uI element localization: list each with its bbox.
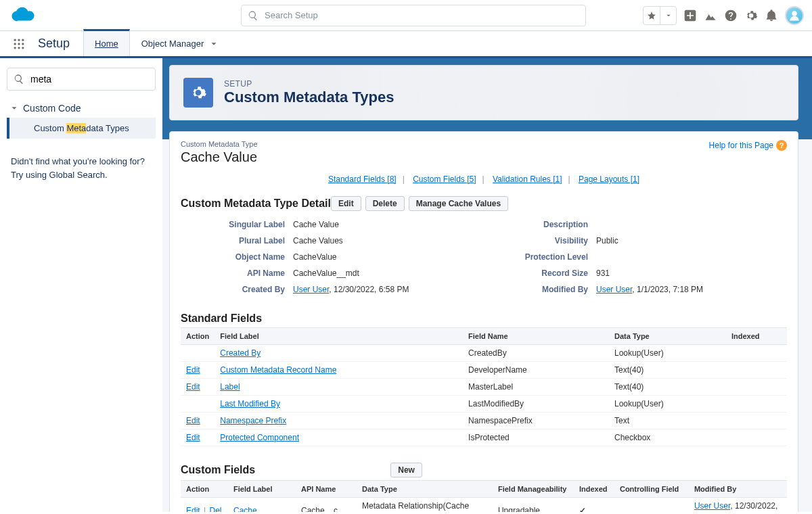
search-icon xyxy=(248,10,258,21)
cell-indexed xyxy=(726,379,787,396)
detail-label: Object Name xyxy=(181,250,289,264)
cell-action: Edit xyxy=(181,429,215,446)
detail-value: User User, 1/1/2023, 7:18 PM xyxy=(592,283,787,296)
gear-icon xyxy=(189,84,207,101)
header-actions xyxy=(643,6,804,25)
object-type-label: Custom Metadata Type xyxy=(181,140,258,148)
col-api-name: API Name xyxy=(296,481,357,498)
tree-item-highlight: Meta xyxy=(66,123,86,133)
cell-data-type: Checkbox xyxy=(609,429,726,446)
quick-find-input[interactable] xyxy=(7,68,156,91)
global-search-input[interactable] xyxy=(241,5,586,26)
edit-button[interactable]: Edit xyxy=(331,196,361,211)
field-label-link[interactable]: Protected Component xyxy=(220,433,299,442)
tree-item-custom-metadata-types[interactable]: Custom Metadata Types xyxy=(7,118,156,139)
salesforce-logo-icon xyxy=(8,5,38,26)
detail-label: Protection Level xyxy=(484,250,592,264)
delete-link[interactable]: Del xyxy=(209,506,221,512)
timestamp: , 1/1/2023, 7:18 PM xyxy=(632,285,703,294)
cell-action: Edit | Del xyxy=(181,498,228,513)
cell-field-name: MasterLabel xyxy=(463,379,609,396)
field-label-link[interactable]: Namespace Prefix xyxy=(220,416,286,425)
detail-value: Public xyxy=(592,234,787,248)
tab-label: Home xyxy=(95,39,118,49)
edit-link[interactable]: Edit xyxy=(186,433,200,442)
col-field-label: Field Label xyxy=(228,481,296,498)
delete-button[interactable]: Delete xyxy=(365,196,405,211)
edit-link[interactable]: Edit xyxy=(186,506,200,512)
plus-icon[interactable] xyxy=(683,9,697,22)
modified-by-link[interactable]: User User xyxy=(694,501,730,511)
detail-grid: Singular Label Cache Value Description P… xyxy=(181,218,787,296)
tab-home[interactable]: Home xyxy=(83,29,130,56)
detail-value: CacheValue xyxy=(289,250,484,264)
main-content: SETUP Custom Metadata Types Custom Metad… xyxy=(162,58,812,512)
global-search xyxy=(241,5,586,26)
new-field-button[interactable]: New xyxy=(390,463,422,477)
avatar[interactable] xyxy=(785,6,804,25)
edit-link[interactable]: Edit xyxy=(186,365,200,375)
tab-object-manager[interactable]: Object Manager xyxy=(130,31,231,56)
field-label-link[interactable]: Last Modified By xyxy=(220,399,280,408)
cell-indexed xyxy=(726,345,787,362)
svg-point-8 xyxy=(14,47,16,49)
field-label-link[interactable]: Created By xyxy=(220,348,261,358)
cell-api-name: Cache__c xyxy=(296,498,357,513)
cell-data-type: Lookup(User) xyxy=(609,345,726,362)
standard-fields-title: Standard Fields xyxy=(181,312,787,325)
help-link[interactable]: Help for this Page ? xyxy=(709,140,787,151)
cell-indexed xyxy=(726,413,787,429)
field-label-link[interactable]: Custom Metadata Record Name xyxy=(220,365,336,375)
standard-fields-table: Action Field Label Field Name Data Type … xyxy=(181,327,787,446)
custom-fields-table: Action Field Label API Name Data Type Fi… xyxy=(181,480,787,512)
cell-action xyxy=(181,345,215,362)
tree-section-custom-code[interactable]: Custom Code xyxy=(7,99,156,118)
svg-point-5 xyxy=(14,43,16,45)
detail-value xyxy=(592,250,787,264)
favorites-combo[interactable] xyxy=(643,6,677,25)
edit-link[interactable]: Edit xyxy=(186,382,200,392)
gear-icon[interactable] xyxy=(744,9,758,22)
table-row: Created ByCreatedByLookup(User) xyxy=(181,345,787,362)
manage-records-button[interactable]: Manage Cache Values xyxy=(409,196,508,211)
anchor-custom-fields[interactable]: Custom Fields [5] xyxy=(413,174,476,184)
col-modified-by: Modified By xyxy=(689,481,787,498)
col-field-label: Field Label xyxy=(215,328,463,345)
bell-icon[interactable] xyxy=(765,9,778,22)
search-icon xyxy=(14,74,24,85)
cell-field-label: Created By xyxy=(215,345,463,362)
edit-link[interactable]: Edit xyxy=(186,416,200,425)
anchor-standard-fields[interactable]: Standard Fields [8] xyxy=(328,174,397,184)
cell-field-label: Cache xyxy=(228,498,296,513)
cell-field-name: NamespacePrefix xyxy=(463,413,609,429)
detail-label: Modified By xyxy=(484,283,592,296)
table-row: EditLabelMasterLabelText(40) xyxy=(181,379,787,396)
col-field-name: Field Name xyxy=(463,328,609,345)
table-row: EditProtected ComponentIsProtectedCheckb… xyxy=(181,429,787,446)
detail-card: Custom Metadata Type Cache Value Help fo… xyxy=(169,131,798,512)
detail-label: Record Size xyxy=(484,266,592,280)
context-bar: Setup Home Object Manager xyxy=(0,31,812,58)
detail-value: Cache Values xyxy=(289,234,484,248)
col-manageability: Field Manageability xyxy=(493,481,574,498)
anchor-validation-rules[interactable]: Validation Rules [1] xyxy=(493,174,562,184)
object-name: Cache Value xyxy=(181,149,258,165)
col-controlling: Controlling Field xyxy=(614,481,689,498)
standard-fields-section: Standard Fields Action Field Label Field… xyxy=(181,312,787,446)
field-label-link[interactable]: Cache xyxy=(233,506,257,512)
tree-item-text: Custom xyxy=(34,123,66,133)
anchor-page-layouts[interactable]: Page Layouts [1] xyxy=(579,174,639,184)
modified-by-user-link[interactable]: User User xyxy=(596,285,632,294)
setup-sidebar: Custom Code Custom Metadata Types Didn't… xyxy=(0,58,162,512)
detail-value: CacheValue__mdt xyxy=(289,266,484,280)
trailhead-icon[interactable] xyxy=(704,9,717,22)
col-action: Action xyxy=(181,328,215,345)
created-by-user-link[interactable]: User User xyxy=(293,285,329,294)
help-icon[interactable] xyxy=(724,9,738,22)
table-row: EditNamespace PrefixNamespacePrefixText xyxy=(181,413,787,429)
app-launcher[interactable] xyxy=(9,31,28,56)
help-label: Help for this Page xyxy=(709,141,773,150)
field-label-link[interactable]: Label xyxy=(220,382,240,392)
cell-field-name: LastModifiedBy xyxy=(463,396,609,413)
detail-section-title: Custom Metadata Type Detail xyxy=(181,197,331,210)
